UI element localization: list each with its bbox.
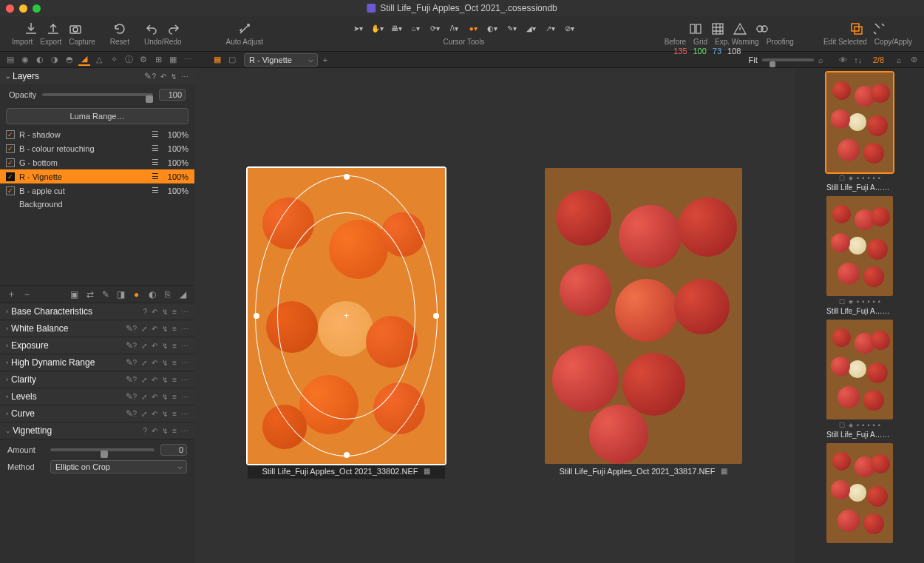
layer-row[interactable]: ✓B - apple cut☰100% (0, 183, 194, 198)
tool-section-high-dynamic-range[interactable]: › High Dynamic Range✎ ? ⤢ ↶ ↯ ≡ ⋯ (0, 354, 194, 371)
menu-icon[interactable]: ⋯ (181, 427, 188, 435)
pointer-tool-icon[interactable]: ➤▾ (351, 21, 364, 35)
help-icon[interactable]: ? (143, 427, 148, 435)
minimize-window[interactable] (19, 4, 27, 13)
picker-icon[interactable]: ⤢ (141, 325, 147, 333)
menu-icon[interactable]: ⋯ (181, 73, 188, 81)
layer-row[interactable]: ✓R - Vignette☰100% (0, 169, 194, 183)
layer-row[interactable]: ✓B - colour retouching☰100% (0, 141, 194, 155)
preset-icon[interactable]: ↯ (162, 325, 168, 333)
autoadjust-icon[interactable] (237, 21, 252, 36)
menu-icon[interactable]: ⋯ (181, 325, 188, 333)
method-select[interactable]: Elliptic on Crop (50, 460, 187, 473)
preset-menu-icon[interactable]: ≡ (172, 410, 177, 418)
close-window[interactable] (6, 4, 14, 13)
picker-icon[interactable]: ⤢ (141, 342, 147, 350)
reset-icon[interactable]: ↶ (152, 342, 157, 350)
tab-exposure-icon[interactable]: ◓ (64, 54, 75, 66)
crop-tool-icon[interactable]: ⌂▾ (409, 21, 422, 35)
tab-output-icon[interactable]: ⚙ (137, 54, 149, 66)
preset-menu-icon[interactable]: ≡ (172, 342, 177, 350)
menu-icon[interactable]: ⋯ (181, 393, 188, 401)
grid-icon[interactable] (710, 21, 725, 36)
help-icon[interactable]: ? (143, 308, 148, 316)
rotate-tool-icon[interactable]: ⟳▾ (428, 21, 441, 35)
preset-menu-icon[interactable]: ≡ (172, 325, 177, 333)
layers-panel-header[interactable]: ⌵ Layers ✎ ? ↶ ↯ ⋯ (0, 68, 194, 84)
preset-menu-icon[interactable]: ≡ (172, 393, 177, 401)
mask-radial-icon[interactable]: ● (131, 289, 142, 300)
tab-color-icon[interactable]: ◑ (49, 54, 61, 66)
fit-label[interactable]: Fit (748, 55, 757, 64)
layer-checkbox[interactable]: ✓ (6, 172, 15, 181)
help-icon[interactable]: ? (133, 376, 137, 384)
layer-row[interactable]: Background (0, 198, 194, 211)
preset-icon[interactable]: ↯ (171, 73, 177, 81)
preview-2[interactable]: Still Life_Fuji Apples_Oct 2021_33817.NE… (545, 168, 742, 479)
before-icon[interactable] (688, 21, 703, 36)
help-icon[interactable]: ? (133, 393, 137, 401)
opacity-value[interactable]: 100 (159, 89, 186, 101)
tool-section-levels[interactable]: › Levels✎ ? ⤢ ↶ ↯ ≡ ⋯ (0, 388, 194, 405)
tab-adjust-icon[interactable]: ◢ (78, 54, 90, 66)
luma-range-button[interactable]: Luma Range… (6, 108, 188, 124)
thumbnail[interactable] (826, 443, 893, 543)
layer-checkbox[interactable]: ✓ (6, 130, 15, 139)
layer-checkbox[interactable]: ✓ (6, 158, 15, 167)
tab-metadata-icon[interactable]: ⓘ (123, 54, 135, 66)
picker-icon[interactable]: ⤢ (141, 393, 147, 401)
tool-section-clarity[interactable]: › Clarity✎ ? ⤢ ↶ ↯ ≡ ⋯ (0, 371, 194, 388)
preset-menu-icon[interactable]: ≡ (172, 308, 177, 316)
tool-section-base-characteristics[interactable]: › Base Characteristics ? ↶ ↯ ≡ ⋯ (0, 303, 194, 320)
reset-icon[interactable]: ↶ (152, 427, 157, 435)
layer-settings-icon[interactable]: ☰ (152, 158, 159, 167)
spot-tool-icon[interactable]: ●▾ (466, 21, 480, 35)
undo-icon[interactable] (144, 21, 159, 36)
zoom-slider[interactable] (762, 58, 814, 61)
gradient-tool-icon[interactable]: ↗▾ (543, 21, 557, 35)
picker-icon[interactable]: ⤢ (141, 410, 147, 418)
picker-icon[interactable]: ⤢ (141, 359, 147, 367)
preset-icon[interactable]: ↯ (162, 359, 168, 367)
tab-details-icon[interactable]: △ (93, 54, 105, 66)
help-icon[interactable]: ? (133, 325, 137, 333)
reset-icon[interactable] (112, 21, 127, 36)
brush-tool-icon[interactable]: ✎▾ (505, 21, 518, 35)
preset-icon[interactable]: ↯ (162, 393, 168, 401)
thumbnail[interactable]: ☐★••••• Still Life_Fuji A…021_33802.NEF (826, 73, 893, 192)
keystone-tool-icon[interactable]: /\▾ (447, 21, 461, 35)
preset-menu-icon[interactable]: ≡ (172, 376, 177, 384)
hand-tool-icon[interactable]: ✋▾ (370, 21, 384, 35)
picker-icon[interactable]: ⤢ (141, 376, 147, 384)
mask-heal-icon[interactable]: ◐ (146, 289, 157, 300)
layer-settings-icon[interactable]: ☰ (152, 129, 159, 139)
menu-icon[interactable]: ⋯ (181, 342, 188, 350)
tab-capture-icon[interactable]: ◉ (19, 54, 31, 66)
layer-checkbox[interactable]: ✓ (6, 144, 15, 153)
rating-row[interactable]: ☐★••••• (826, 175, 893, 182)
tab-batch-icon[interactable]: ▦ (167, 54, 179, 66)
preset-icon[interactable]: ↯ (162, 342, 168, 350)
preset-menu-icon[interactable]: ≡ (172, 427, 177, 435)
radial-tool-icon[interactable]: ⊘▾ (563, 21, 576, 35)
remove-icon[interactable]: − (21, 289, 33, 300)
menu-icon[interactable]: ⋯ (181, 410, 188, 418)
proofing-icon[interactable] (755, 21, 770, 36)
preset-icon[interactable]: ↯ (162, 376, 168, 384)
tab-quick-icon[interactable]: ⊞ (152, 54, 164, 66)
layer-brush-icon[interactable]: ✎ (144, 71, 152, 81)
zoom-search-icon[interactable]: ⌕ (815, 54, 827, 66)
layer-checkbox[interactable]: ✓ (6, 186, 15, 195)
reset-icon[interactable]: ↶ (152, 376, 157, 384)
browser-vis-icon[interactable]: 👁 (838, 54, 849, 66)
reset-icon[interactable]: ↶ (152, 359, 157, 367)
mask-invert-icon[interactable]: ⇄ (84, 289, 95, 300)
tab-styles-icon[interactable]: ✧ (108, 54, 120, 66)
layer-settings-icon[interactable]: ☰ (152, 172, 159, 181)
brush-icon[interactable]: ✎ (126, 374, 133, 385)
layer-row[interactable]: ✓R - shadow☰100% (0, 127, 194, 141)
capture-icon[interactable] (68, 21, 83, 36)
layer-row[interactable]: ✓G - bottom☰100% (0, 155, 194, 169)
brush-icon[interactable]: ✎ (126, 323, 133, 334)
mask-brush-icon[interactable]: ✎ (100, 289, 111, 300)
